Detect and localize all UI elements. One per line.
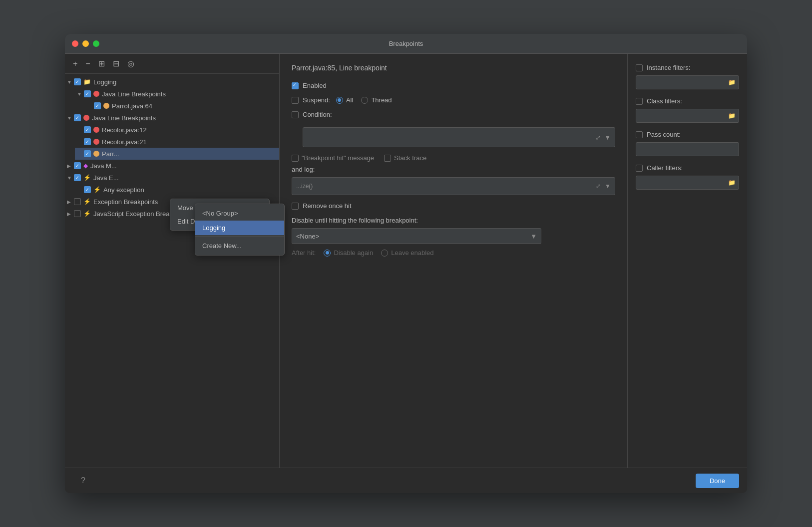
suspend-checkbox[interactable] <box>292 97 299 104</box>
bolt-icon: ⚡ <box>83 174 91 181</box>
log-dropdown-icon[interactable]: ▼ <box>605 183 611 190</box>
suspend-radio-group: All Thread <box>336 96 392 104</box>
tree-item-parrot64[interactable]: ▶ Parrot.java:64 <box>85 100 279 112</box>
class-filters-checkbox[interactable] <box>636 98 643 105</box>
recolor12-checkbox[interactable] <box>84 126 91 133</box>
disable-section: Disable until hitting the following brea… <box>292 217 615 257</box>
any-exception-label: Any exception <box>103 186 144 194</box>
tree-item-java-line-2[interactable]: ▼ Java Line Breakpoints <box>65 112 279 124</box>
condition-checkbox[interactable] <box>292 111 299 118</box>
log-expand-icon[interactable]: ⤢ <box>596 183 601 190</box>
suspend-label: Suspend: <box>303 96 330 104</box>
log-message-option[interactable]: "Breakpoint hit" message <box>292 154 374 162</box>
no-group-item[interactable]: <No Group> <box>195 206 284 221</box>
folder-btn-icon[interactable]: 📁 <box>728 79 736 86</box>
log-input-row: and log: <box>292 166 615 173</box>
breakpoint-orange-icon <box>103 103 109 109</box>
java-m-checkbox[interactable] <box>74 162 81 169</box>
pass-count-checkbox[interactable] <box>636 131 643 138</box>
tree-item-recolor12[interactable]: ▶ Recolor.java:12 <box>75 124 279 136</box>
remove-button[interactable]: − <box>83 58 92 69</box>
filter-button[interactable]: ⊟ <box>111 58 121 69</box>
tree-item-java-m[interactable]: ▶ ◆ Java M... <box>65 160 279 172</box>
group-button[interactable]: ⊞ <box>96 58 107 69</box>
java-line-1-checkbox[interactable] <box>84 90 91 97</box>
left-panel: + − ⊞ ⊟ ◎ ▼ 📁 Logging ▼ <box>65 54 280 468</box>
disable-select[interactable]: <None> ▼ <box>292 228 541 244</box>
pass-count-section: Pass count: <box>636 131 739 156</box>
tree-item-logging[interactable]: ▼ 📁 Logging <box>65 76 279 88</box>
expand-icon[interactable]: ⤢ <box>595 134 601 141</box>
add-button[interactable]: + <box>71 58 79 69</box>
logging-submenu-item[interactable]: Logging <box>195 221 284 235</box>
log-message-checkbox[interactable] <box>292 155 299 162</box>
enabled-checkbox[interactable] <box>292 82 299 89</box>
recolor21-checkbox[interactable] <box>84 138 91 145</box>
and-log-label: and log: <box>292 166 315 173</box>
diamond-icon: ◆ <box>83 162 88 169</box>
java-e-label: Java E... <box>93 174 119 182</box>
log-message-label: "Breakpoint hit" message <box>302 154 374 162</box>
tree-item-java-line-1[interactable]: ▼ Java Line Breakpoints <box>75 88 279 100</box>
tree-item-recolor21[interactable]: ▶ Recolor.java:21 <box>75 136 279 148</box>
leave-enabled-radio-circle <box>381 250 388 257</box>
breakpoints-tree: ▼ 📁 Logging ▼ Java Line Breakpoints ▶ <box>65 74 279 468</box>
thread-radio[interactable]: Thread <box>361 96 392 104</box>
caller-filters-section: Caller filters: 📁 <box>636 164 739 190</box>
tree-item-java-e[interactable]: ▼ ⚡ Java E... <box>65 172 279 184</box>
log-options-row: "Breakpoint hit" message Stack trace <box>292 154 615 162</box>
parrot64-label: Parrot.java:64 <box>112 102 152 110</box>
submenu: <No Group> Logging Create New... <box>195 204 285 256</box>
any-exception-checkbox[interactable] <box>84 186 91 193</box>
class-filters-input[interactable]: 📁 <box>636 109 739 123</box>
all-radio-circle <box>336 97 343 104</box>
logging-checkbox[interactable] <box>74 78 81 85</box>
all-radio[interactable]: All <box>336 96 353 104</box>
disable-again-radio-circle <box>324 250 331 257</box>
disable-again-label: Disable again <box>334 249 373 257</box>
main-content: + − ⊞ ⊟ ◎ ▼ 📁 Logging ▼ <box>65 54 747 468</box>
caller-filters-checkbox[interactable] <box>636 165 643 172</box>
instance-filters-input[interactable]: 📁 <box>636 75 739 89</box>
remove-once-hit-checkbox[interactable] <box>292 203 299 210</box>
logging-label: Logging <box>93 78 116 86</box>
tree-item-any-exception[interactable]: ▶ ⚡ Any exception <box>75 184 279 196</box>
create-new-item[interactable]: Create New... <box>195 239 284 253</box>
dropdown-arrow-icon[interactable]: ▼ <box>604 134 611 141</box>
disable-again-radio[interactable]: Disable again <box>324 249 373 257</box>
parr-checkbox[interactable] <box>84 150 91 157</box>
java-e-checkbox[interactable] <box>74 174 81 181</box>
java-line-2-label: Java Line Breakpoints <box>92 114 156 122</box>
parrot64-checkbox[interactable] <box>94 102 101 109</box>
stack-trace-checkbox[interactable] <box>384 155 391 162</box>
condition-input[interactable]: ⤢ ▼ <box>303 127 615 147</box>
filters-panel: Instance filters: 📁 Class filters: 📁 <box>627 54 747 468</box>
js-exception-bp-checkbox[interactable] <box>74 210 81 217</box>
done-button[interactable]: Done <box>696 474 739 488</box>
select-arrow-icon: ▼ <box>530 233 537 240</box>
minimize-button[interactable] <box>82 40 89 47</box>
maximize-button[interactable] <box>93 40 99 47</box>
settings-button[interactable]: ◎ <box>125 58 136 69</box>
pass-count-input[interactable] <box>636 142 739 156</box>
chevron-down-icon: ▼ <box>67 175 74 181</box>
stack-trace-option[interactable]: Stack trace <box>384 154 426 162</box>
close-button[interactable] <box>72 40 78 47</box>
remove-once-hit-label: Remove once hit <box>303 202 352 210</box>
leave-enabled-radio[interactable]: Leave enabled <box>381 249 433 257</box>
bottom-bar: ? Done <box>65 468 747 493</box>
tree-item-parr[interactable]: ▶ Parr... <box>75 148 279 160</box>
instance-filters-checkbox[interactable] <box>636 64 643 71</box>
caller-filters-input[interactable]: 📁 <box>636 176 739 190</box>
enabled-label: Enabled <box>303 82 327 89</box>
log-input-field[interactable]: ...ize() ⤢ ▼ <box>292 177 615 195</box>
breakpoint-red-icon <box>93 91 99 97</box>
breakpoints-window: Breakpoints + − ⊞ ⊟ ◎ ▼ 📁 Logging <box>65 34 747 493</box>
java-line-2-checkbox[interactable] <box>74 114 81 121</box>
folder-btn-icon[interactable]: 📁 <box>728 112 736 119</box>
logging-submenu-label: Logging <box>202 224 225 232</box>
folder-btn-icon[interactable]: 📁 <box>728 179 736 186</box>
none-option: <None> <box>296 233 319 240</box>
help-button[interactable]: ? <box>73 472 93 489</box>
exception-bp-checkbox[interactable] <box>74 198 81 205</box>
